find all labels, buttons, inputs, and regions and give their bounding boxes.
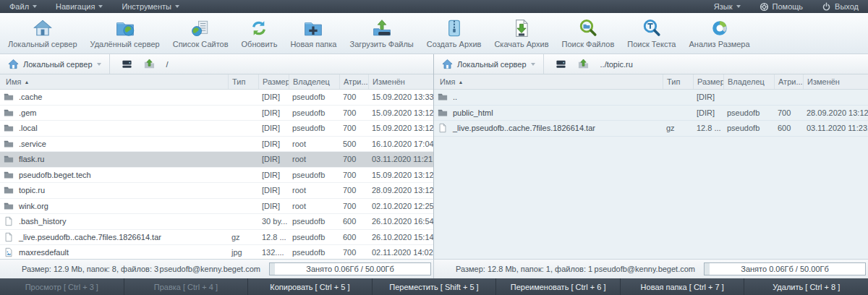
bottom-button[interactable]: Новая папка [ Ctrl + 7 ]	[621, 278, 745, 295]
table-row[interactable]: pseudofb.beget.tech[DIR]pseudofb70015.09…	[0, 168, 433, 184]
toolbar-button-new-folder[interactable]: Новая папка	[284, 17, 343, 51]
toolbar-button-refresh[interactable]: Обновить	[235, 17, 284, 51]
table-row[interactable]: ..[DIR]	[434, 90, 868, 106]
table-row[interactable]: maxresdefaultjpg132....pseudofb70002.11.…	[0, 245, 433, 259]
cell-modified: 02.11.2020 14:02...	[368, 248, 433, 257]
column-header-label: Тип	[232, 77, 245, 86]
toolbar-button-remote-server[interactable]: Удалённый сервер	[84, 17, 166, 51]
menubar: ФайлНавигацияИнструменты ЯзыкПомощьВыход	[0, 0, 868, 13]
cell-modified: 15.09.2020 13:33...	[368, 93, 433, 101]
server-dropdown[interactable]: Локальный сервер	[0, 54, 110, 74]
toolbar-button-search-files[interactable]: Поиск Файлов	[556, 17, 621, 51]
menu-item-label: Инструменты	[122, 2, 171, 11]
bottom-toolbar: Просмотр [ Ctrl + 3 ]Правка [ Ctrl + 4 ]…	[0, 278, 868, 295]
table-row[interactable]: flask.ru[DIR]root70003.11.2020 11:21...	[0, 152, 433, 168]
power-icon	[822, 2, 831, 12]
site-list-icon	[191, 19, 210, 38]
file-icon	[438, 123, 448, 133]
column-header-0[interactable]: Имя▲	[434, 74, 663, 89]
table-row[interactable]: wink.org[DIR]root70002.10.2020 12:25...	[0, 199, 433, 215]
column-header-0[interactable]: Имя▲	[0, 74, 228, 89]
menu-item-помощь[interactable]: Помощь	[750, 0, 813, 13]
menu-item-язык[interactable]: Язык	[705, 0, 750, 13]
table-row[interactable]: _live.pseudofb..cache.7files.1826614.tar…	[434, 121, 868, 137]
drive-icon[interactable]	[556, 59, 566, 69]
cell-name: _live.pseudofb..cache.7files.1826614.tar	[0, 232, 228, 242]
cell-size: [DIR]	[693, 108, 723, 117]
toolbar-button-download-archive[interactable]: Скачать Архив	[488, 17, 555, 51]
table-row[interactable]: topic.ru[DIR]root70028.09.2020 13:12...	[0, 183, 433, 199]
table-row[interactable]: .cache[DIR]pseudofb70015.09.2020 13:33..…	[0, 90, 433, 106]
home-icon	[8, 59, 19, 69]
quota-bar: Занято 0.06Гб / 50.00Гб	[704, 262, 866, 275]
cell-modified: 15.09.2020 13:12...	[368, 124, 433, 132]
column-header-2[interactable]: Размер	[258, 74, 289, 89]
drive-icon[interactable]	[122, 59, 132, 69]
menu-item-label: Файл	[9, 2, 29, 11]
image-icon	[4, 247, 14, 257]
table-row[interactable]: public_html[DIR]pseudofb70028.09.2020 13…	[434, 106, 868, 121]
column-header-4[interactable]: Атри...	[339, 74, 368, 89]
cell-owner: pseudofb	[723, 108, 774, 117]
table-row[interactable]: _live.pseudofb..cache.7files.1826614.tar…	[0, 230, 433, 246]
toolbar-button-site-list[interactable]: Список Сайтов	[166, 17, 235, 51]
menu-item-инструменты[interactable]: Инструменты	[112, 0, 189, 13]
column-header-1[interactable]: Тип	[663, 74, 693, 89]
table-row[interactable]: .bash_history30 by...pseudofb60026.10.20…	[0, 214, 433, 230]
cell-name: _live.pseudofb..cache.7files.1826614.tar	[434, 123, 663, 133]
column-header-1[interactable]: Тип	[228, 74, 258, 89]
column-header-3[interactable]: Владелец	[289, 74, 339, 89]
up-directory-icon[interactable]	[144, 59, 155, 69]
menu-item-навигация[interactable]: Навигация	[46, 0, 112, 13]
sort-asc-icon: ▲	[458, 80, 463, 85]
right-file-table: Имя▲ТипРазмерВладелецАтри...Изменён ..[D…	[434, 74, 868, 259]
cell-modified: 03.11.2020 11:23...	[803, 124, 868, 132]
refresh-icon	[250, 19, 268, 38]
download-archive-icon	[512, 19, 531, 38]
cell-size: [DIR]	[258, 155, 289, 163]
column-header-3[interactable]: Владелец	[723, 74, 774, 89]
toolbar-button-label: Поиск Файлов	[562, 40, 615, 48]
cell-owner: pseudofb	[289, 124, 339, 132]
up-directory-icon[interactable]	[578, 59, 589, 69]
cell-name: .bash_history	[0, 216, 228, 226]
cell-owner: pseudofb	[289, 108, 339, 117]
table-row[interactable]: .local[DIR]pseudofb70015.09.2020 13:12..…	[0, 121, 433, 137]
menu-item-файл[interactable]: Файл	[0, 0, 46, 13]
column-header-5[interactable]: Изменён	[368, 74, 433, 89]
column-header-4[interactable]: Атри...	[774, 74, 803, 89]
table-row[interactable]: .gem[DIR]pseudofb70015.09.2020 13:12...	[0, 106, 433, 121]
cell-size: [DIR]	[258, 108, 289, 117]
toolbar-button-search-text[interactable]: Поиск Текста	[621, 17, 682, 51]
toolbar-button-size-analysis[interactable]: Анализ Размера	[682, 17, 756, 51]
cell-size: [DIR]	[258, 171, 289, 179]
right-pathbar: Локальный сервер ../topic.ru	[434, 54, 868, 74]
server-dropdown[interactable]: Локальный сервер	[434, 54, 544, 74]
toolbar-button-local-server[interactable]: Локальный сервер	[1, 17, 84, 51]
column-header-2[interactable]: Размер	[693, 74, 723, 89]
table-row[interactable]: .service[DIR]root50016.10.2020 17:04...	[0, 137, 433, 153]
folder-icon	[4, 154, 14, 164]
bottom-button[interactable]: Переместить [ Shift + 5 ]	[373, 278, 497, 295]
chevron-down-icon	[736, 5, 741, 8]
account-label: pseudofb@kenny.beget.com	[595, 265, 695, 273]
folder-icon	[4, 92, 14, 102]
file-list: ..[DIR]public_html[DIR]pseudofb70028.09.…	[434, 90, 868, 137]
cell-name: wink.org	[0, 201, 228, 211]
file-name: .local	[19, 124, 38, 132]
bottom-button[interactable]: Переименовать [ Ctrl + 6 ]	[496, 278, 621, 295]
toolbar-button-create-archive[interactable]: Создать Архив	[420, 17, 488, 51]
current-path: ../topic.ru	[600, 60, 633, 69]
cell-attrs: 700	[339, 155, 368, 163]
file-name: maxresdefault	[19, 248, 69, 257]
bottom-button[interactable]: Копировать [ Ctrl + 5 ]	[248, 278, 373, 295]
column-header-5[interactable]: Изменён	[803, 74, 868, 89]
file-list: .cache[DIR]pseudofb70015.09.2020 13:33..…	[0, 90, 433, 259]
cell-modified: 03.11.2020 11:21...	[368, 155, 433, 163]
bottom-button[interactable]: Удалить [ Ctrl + 8 ]	[744, 278, 868, 295]
menu-item-выход[interactable]: Выход	[812, 0, 868, 13]
toolbar-button-upload-files[interactable]: Загрузить Файлы	[344, 17, 420, 51]
search-files-icon	[579, 19, 597, 38]
quota-fill	[270, 263, 275, 275]
home-icon	[442, 59, 453, 69]
